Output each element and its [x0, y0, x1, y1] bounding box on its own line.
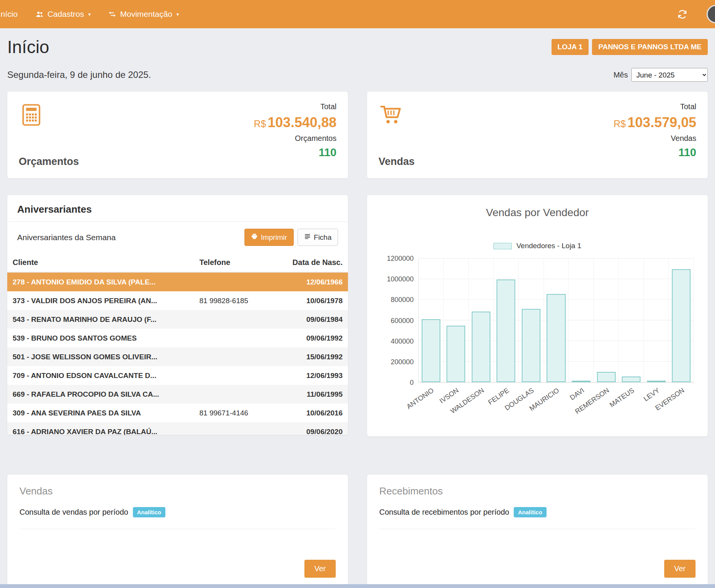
aniversariantes-title: Aniversariantes — [17, 204, 338, 215]
aniversariantes-subtitle: Aniversariantes da Semana — [17, 233, 116, 242]
dob-cell: 10/06/1978 — [281, 297, 343, 305]
orcamentos-title: Orçamentos — [19, 156, 79, 168]
dob-cell: 12/06/1993 — [281, 372, 343, 380]
x-label-slot: MATEUS — [619, 383, 644, 419]
recebimentos-panel-text: Consulta de recebimentos por período — [379, 508, 509, 517]
bar-slot — [444, 258, 469, 382]
client-cell: 543 - RENATO MARINHO DE ARAUJO (F... — [13, 315, 199, 324]
analitico-badge: Analítico — [133, 507, 165, 517]
dob-cell: 11/06/1995 — [281, 390, 343, 399]
vendas-por-vendedor-card: Vendas por Vendedor Vendedores - Loja 1 … — [367, 195, 708, 436]
current-date: Segunda-feira, 9 de junho de 2025. — [7, 69, 151, 80]
chart-bars — [419, 258, 694, 382]
vendas-panel: Vendas Consulta de vendas por período An… — [7, 475, 348, 587]
chart-bar — [647, 381, 666, 382]
x-axis-label: DAVI — [568, 386, 586, 402]
chevron-down-icon: ▾ — [176, 11, 179, 17]
ficha-button[interactable]: Ficha — [298, 229, 338, 246]
imprimir-button[interactable]: Imprimir — [244, 229, 294, 246]
x-axis-label: ANTONIO — [405, 386, 435, 411]
orcamentos-count: 110 — [254, 146, 336, 159]
chart-plot — [418, 258, 694, 383]
y-axis-tick: 1000000 — [387, 275, 414, 283]
y-axis-tick: 200000 — [391, 358, 414, 366]
chart-legend: Vendedores - Loja 1 — [379, 242, 696, 250]
chevron-down-icon: ▾ — [88, 11, 91, 17]
store-button[interactable]: LOJA 1 — [552, 39, 589, 55]
company-button[interactable]: PANNOS E PANNOS LTDA ME — [592, 39, 708, 55]
total-amount: 103.579,05 — [628, 115, 696, 130]
nav-cadastros[interactable]: Cadastros ▾ — [35, 10, 91, 19]
avatar[interactable] — [707, 5, 715, 23]
divider — [19, 529, 336, 529]
currency-symbol: R$ — [613, 118, 626, 129]
birthday-table: Cliente Telefone Data de Nasc. 278 - ANT… — [7, 253, 348, 435]
birthday-table-header: Cliente Telefone Data de Nasc. — [7, 253, 348, 273]
table-row[interactable]: 616 - ADRIANO XAVIER DA PAZ (BALAÚ...09/… — [7, 422, 348, 435]
orcamentos-card: Orçamentos Total R$ 103.540,88 Orçamento… — [7, 92, 348, 178]
ficha-label: Ficha — [314, 233, 332, 242]
table-row[interactable]: 669 - RAFAELA PROCOPIO DA SILVA CA...11/… — [7, 385, 348, 404]
month-select[interactable]: June - 2025 — [631, 68, 708, 82]
vendas-title: Vendas — [379, 156, 415, 168]
y-axis-tick: 600000 — [391, 317, 414, 325]
y-axis-tick: 1200000 — [387, 255, 414, 263]
shopping-cart-icon — [379, 102, 415, 127]
dob-cell: 12/06/1966 — [281, 278, 343, 286]
chart-bar — [597, 372, 616, 382]
chart-x-labels: ANTONIOIVSONWALDESONFELIPEDOUGLASMAURICI… — [418, 383, 694, 419]
orcamentos-count-label: Orçamentos — [254, 134, 336, 143]
chart-y-axis: 020000040000060000080000010000001200000 — [379, 258, 418, 383]
legend-label: Vendedores - Loja 1 — [516, 242, 581, 250]
aniversariantes-card: Aniversariantes Aniversariantes da Seman… — [7, 195, 348, 435]
recebimentos-panel-title: Recebimentos — [379, 485, 696, 497]
table-row[interactable]: 501 - JOSE WELISSON GOMES OLIVEIR...15/0… — [7, 347, 348, 366]
chart-bar — [522, 309, 540, 382]
bar-slot — [669, 258, 694, 382]
bar-slot — [419, 258, 444, 382]
bar-slot — [619, 258, 644, 382]
dob-cell: 09/06/1984 — [281, 315, 343, 324]
table-row[interactable]: 539 - BRUNO DOS SANTOS GOMES09/06/1992 — [7, 329, 348, 347]
table-row[interactable]: 709 - ANTONIO EDSON CAVALCANTE D...12/06… — [7, 366, 348, 385]
chart-bar — [422, 319, 440, 383]
y-axis-tick: 800000 — [391, 296, 414, 304]
calculator-icon — [19, 102, 79, 128]
table-row[interactable]: 373 - VALDIR DOS ANJOS PEREIRA (AN...81 … — [7, 291, 348, 310]
users-icon — [35, 10, 44, 19]
x-axis-label: LEVY — [642, 386, 661, 403]
ver-vendas-button[interactable]: Ver — [304, 560, 336, 578]
col-data-nasc: Data de Nasc. — [281, 258, 343, 267]
table-row[interactable]: 309 - ANA SEVERINA PAES DA SILVA81 99671… — [7, 404, 348, 422]
imprimir-label: Imprimir — [261, 233, 287, 242]
chart-title: Vendas por Vendedor — [379, 207, 696, 219]
bar-slot — [594, 258, 619, 382]
client-cell: 278 - ANTONIO EMIDIO DA SILVA (PALE... — [13, 278, 199, 286]
main-content: Início LOJA 1 PANNOS E PANNOS LTDA ME Se… — [0, 28, 715, 587]
vendas-count-label: Vendas — [613, 134, 696, 143]
vendas-count: 110 — [613, 146, 696, 159]
orcamentos-total-label: Total — [254, 102, 336, 111]
nav-movimentacao[interactable]: Movimentação ▾ — [108, 10, 179, 19]
y-axis-tick: 400000 — [391, 337, 414, 345]
vendas-panel-text: Consulta de vendas por período — [19, 508, 128, 517]
y-axis-tick: 0 — [410, 379, 414, 387]
transfer-icon — [108, 10, 116, 18]
recebimentos-panel: Recebimentos Consulta de recebimentos po… — [367, 475, 708, 587]
ver-recebimentos-button[interactable]: Ver — [664, 560, 696, 578]
bar-slot — [569, 258, 594, 382]
table-row[interactable]: 278 - ANTONIO EMIDIO DA SILVA (PALE...12… — [7, 273, 348, 291]
nav-inicio[interactable]: Início — [0, 10, 18, 19]
vendas-total-value: R$ 103.579,05 — [613, 115, 696, 131]
chart-bar — [472, 312, 490, 382]
table-row[interactable]: 543 - RENATO MARINHO DE ARAUJO (F...09/0… — [7, 310, 348, 329]
nav-inicio-label: Início — [0, 10, 18, 19]
client-cell: 616 - ADRIANO XAVIER DA PAZ (BALAÚ... — [13, 428, 199, 435]
chart-bar — [446, 326, 465, 382]
month-label: Mês — [613, 71, 628, 79]
refresh-icon[interactable] — [677, 9, 688, 19]
client-cell: 309 - ANA SEVERINA PAES DA SILVA — [13, 409, 199, 417]
chart-bar — [547, 294, 565, 382]
chart-bar — [497, 279, 515, 382]
dob-cell: 09/06/2020 — [281, 428, 343, 435]
